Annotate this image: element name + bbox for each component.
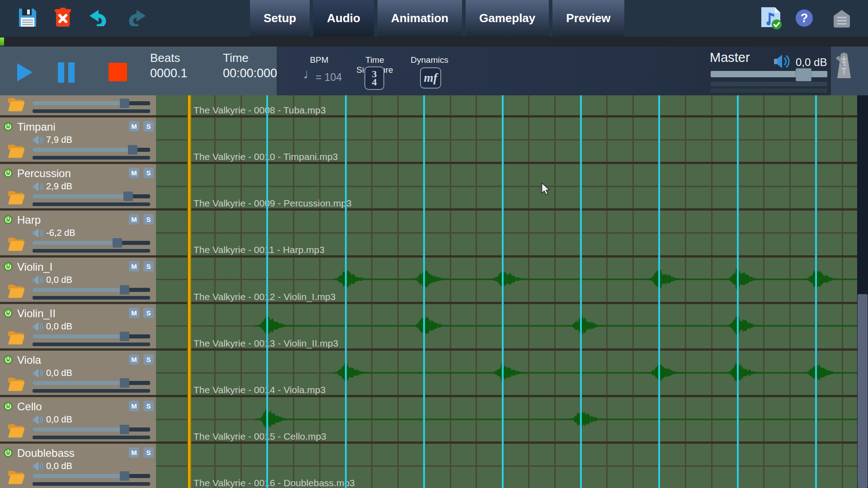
solo-button[interactable]: S: [143, 401, 154, 411]
folder-icon[interactable]: [7, 190, 25, 206]
slider-handle[interactable]: [120, 378, 129, 388]
power-icon[interactable]: [4, 402, 13, 411]
tab-animation[interactable]: Animation: [377, 0, 462, 37]
folder-icon[interactable]: [7, 144, 25, 159]
solo-button[interactable]: S: [143, 214, 154, 225]
row-separator: [0, 208, 156, 211]
bpm-value[interactable]: = 104: [316, 71, 342, 84]
track-meter-bar: [33, 156, 150, 160]
slider-fill: [33, 288, 124, 292]
solo-button[interactable]: S: [143, 447, 154, 458]
mute-button[interactable]: M: [129, 214, 139, 225]
slider-handle[interactable]: [120, 471, 129, 481]
measure-line: [658, 95, 660, 488]
time-signature-button[interactable]: 3 4: [364, 66, 384, 90]
audio-file-check-icon[interactable]: [760, 6, 783, 30]
mute-button[interactable]: M: [129, 401, 139, 411]
power-icon[interactable]: [4, 169, 13, 178]
power-icon[interactable]: [4, 122, 13, 131]
mute-button[interactable]: M: [129, 121, 139, 131]
beat-midline: [156, 465, 868, 467]
dynamics-button[interactable]: mf: [420, 67, 441, 89]
clip-file-label: The Valkyrie - 0015 - Cello.mp3: [193, 431, 326, 442]
row-separator: [0, 302, 156, 304]
folder-icon[interactable]: [7, 330, 25, 346]
mute-button[interactable]: M: [129, 447, 139, 458]
delete-icon[interactable]: [54, 8, 71, 27]
track-volume-slider[interactable]: [33, 427, 150, 432]
track-volume-slider[interactable]: [33, 474, 150, 478]
tab-gameplay[interactable]: Gameplay: [466, 0, 549, 37]
play-button[interactable]: [17, 63, 33, 81]
track-name: Doublebass: [17, 447, 75, 460]
solo-button[interactable]: S: [143, 261, 154, 272]
home-icon[interactable]: [832, 9, 852, 28]
tab-setup[interactable]: Setup: [250, 0, 310, 37]
folder-icon[interactable]: [7, 377, 25, 392]
master-slider-handle[interactable]: [796, 68, 811, 81]
folder-icon[interactable]: [7, 237, 25, 252]
track-volume-icon: [33, 275, 44, 285]
tab-audio[interactable]: Audio: [313, 0, 374, 37]
track-db-value: 7,9 dB: [46, 135, 72, 145]
bpm-label: BPM: [298, 55, 340, 65]
vertical-scrollbar-thumb[interactable]: [858, 294, 868, 488]
power-icon[interactable]: [4, 309, 13, 318]
clip-file-label: The Valkyrie - 0013 - Violin_II.mp3: [193, 338, 338, 349]
waveform-cello: [156, 404, 868, 435]
slider-fill: [33, 427, 124, 432]
dynamics-label: Dynamics: [410, 55, 449, 65]
power-icon[interactable]: [4, 355, 13, 364]
track-row: CelloMS0,0 dB: [0, 396, 156, 442]
metronome-icon[interactable]: [834, 52, 854, 80]
mute-button[interactable]: M: [129, 354, 139, 365]
timeline-grid[interactable]: The Valkyrie - 0008 - Tuba.mp3The Valkyr…: [156, 95, 868, 488]
folder-icon[interactable]: [7, 423, 25, 439]
power-icon[interactable]: [4, 215, 13, 224]
power-icon[interactable]: [4, 262, 13, 271]
slider-handle[interactable]: [120, 332, 129, 341]
track-volume-slider[interactable]: [33, 288, 150, 292]
main-tab-bar: SetupAudioAnimationGameplayPreview: [250, 0, 624, 37]
slider-handle[interactable]: [120, 285, 129, 295]
slider-fill: [33, 148, 132, 152]
power-icon[interactable]: [4, 448, 13, 457]
clip-file-label: The Valkyrie - 0010 - Timpani.mp3: [193, 151, 338, 162]
track-name: Timpani: [17, 121, 55, 133]
mute-button[interactable]: M: [129, 168, 139, 178]
track-volume-slider[interactable]: [33, 101, 150, 105]
save-icon[interactable]: [18, 8, 37, 28]
help-icon[interactable]: ?: [796, 9, 813, 27]
measure-line: [423, 95, 425, 488]
folder-icon[interactable]: [7, 470, 25, 485]
folder-icon[interactable]: [7, 97, 25, 113]
vertical-scrollbar[interactable]: [857, 95, 868, 488]
slider-handle[interactable]: [113, 238, 122, 248]
mute-button[interactable]: M: [129, 261, 139, 272]
track-volume-icon: [33, 228, 44, 238]
measure-line: [502, 95, 504, 488]
redo-icon[interactable]: [127, 10, 146, 26]
stop-button[interactable]: [108, 63, 127, 81]
tab-preview[interactable]: Preview: [552, 0, 624, 37]
track-volume-slider[interactable]: [33, 381, 150, 385]
track-db-value: 2,9 dB: [46, 181, 72, 192]
solo-button[interactable]: S: [143, 121, 154, 131]
undo-icon[interactable]: [89, 10, 108, 26]
solo-button[interactable]: S: [143, 354, 154, 365]
solo-button[interactable]: S: [143, 168, 154, 178]
clip-file-label: The Valkyrie - 0016 - Doublebass.mp3: [193, 478, 355, 488]
slider-handle[interactable]: [128, 145, 137, 155]
track-name: Violin_I: [17, 261, 52, 273]
slider-handle[interactable]: [120, 99, 129, 108]
waveform-violin_ii: [156, 310, 868, 341]
track-volume-slider[interactable]: [33, 334, 150, 338]
track-volume-slider[interactable]: [33, 241, 150, 245]
solo-button[interactable]: S: [143, 308, 154, 318]
slider-handle[interactable]: [123, 192, 133, 201]
mute-button[interactable]: M: [129, 308, 139, 318]
slider-handle[interactable]: [120, 425, 129, 434]
playhead[interactable]: [187, 95, 191, 488]
folder-icon[interactable]: [7, 284, 25, 299]
time-label: Time: [223, 51, 249, 65]
